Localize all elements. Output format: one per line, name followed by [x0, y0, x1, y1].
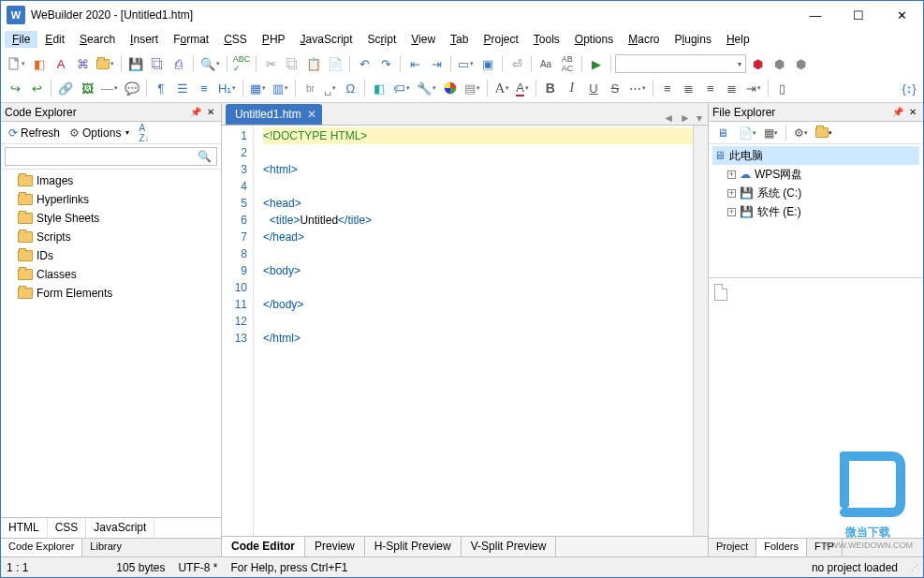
case-toggle-button[interactable]: ABAC [557, 53, 578, 74]
indent-right-button[interactable]: ⇥ [426, 53, 447, 74]
table-button[interactable]: ▦▾ [247, 78, 269, 98]
indent-left-button[interactable]: ⇤ [404, 53, 425, 74]
pin-button[interactable]: 📌 [891, 106, 904, 119]
heading-button[interactable]: H₁▾ [215, 78, 239, 98]
lang-tab-css[interactable]: CSS [48, 518, 87, 538]
open-button[interactable]: ▾ [94, 53, 117, 74]
align-left-button[interactable]: ≡ [657, 78, 678, 98]
lang-tab-javascript[interactable]: JavaScript [86, 518, 154, 538]
ol-button[interactable]: ≡ [194, 78, 214, 98]
code-area[interactable]: <!DOCTYPE HTML> <html> <head> <title>Unt… [254, 126, 693, 536]
copy-button[interactable]: ⿻ [282, 53, 302, 74]
close-button[interactable]: ✕ [880, 1, 923, 29]
color-picker-button[interactable] [440, 78, 461, 98]
minimize-button[interactable]: — [794, 1, 837, 29]
close-tab-icon[interactable]: ✕ [307, 108, 316, 121]
vertical-scrollbar[interactable] [693, 126, 708, 536]
open-folder-button[interactable]: ▾ [814, 124, 834, 142]
div-button[interactable]: ◧ [369, 78, 389, 98]
code-editor[interactable]: 12345678910111213 <!DOCTYPE HTML> <html>… [222, 126, 708, 536]
code-explorer-tree[interactable]: ImagesHyperlinksStyle SheetsScriptsIDsCl… [1, 170, 221, 517]
indent-button[interactable]: ⇥▾ [743, 78, 764, 98]
tree-item[interactable]: IDs [1, 246, 221, 265]
menu-format[interactable]: Format [166, 31, 216, 48]
panel-close-button[interactable]: ✕ [204, 106, 217, 119]
menu-tools[interactable]: Tools [526, 31, 567, 48]
tab-next-button[interactable]: ► [680, 111, 691, 125]
refresh-button[interactable]: ⟳Refresh [5, 125, 64, 141]
clipboard-button[interactable]: 📄 [325, 53, 345, 74]
view-tab-code-editor[interactable]: Code Editor [222, 536, 305, 556]
br-button[interactable]: br [300, 78, 320, 98]
tree-item[interactable]: Scripts [1, 228, 221, 246]
new-php-button[interactable]: ⌘ [72, 53, 93, 74]
menu-css[interactable]: CSS [216, 31, 255, 48]
menu-search[interactable]: Search [72, 31, 123, 48]
bottom-tab-folders[interactable]: Folders [756, 539, 807, 556]
bookmark-button[interactable]: ▭▾ [455, 53, 477, 74]
tool-1-button[interactable]: 🔧▾ [414, 78, 439, 98]
bottom-tab-project[interactable]: Project [709, 539, 756, 556]
new-file-button[interactable]: ▾ [5, 53, 28, 74]
tree-item[interactable]: Form Elements [1, 284, 221, 303]
file-tab-active[interactable]: Untitled1.htm ✕ [226, 104, 322, 125]
tab-prev-button[interactable]: ◄ [663, 111, 674, 125]
browser-3-button[interactable]: ⬢ [790, 53, 811, 74]
maximize-button[interactable]: ☐ [837, 1, 880, 29]
file-list-area[interactable] [709, 277, 923, 538]
tree-item[interactable]: +💾软件 (E:) [712, 202, 919, 221]
strike-button[interactable]: S [605, 78, 625, 98]
cut-button[interactable]: ✂ [260, 53, 281, 74]
menu-macro[interactable]: Macro [621, 31, 667, 48]
text-style-button[interactable]: ⋯▾ [626, 78, 649, 98]
align-center-button[interactable]: ≣ [679, 78, 699, 98]
tree-root[interactable]: 🖥 此电脑 [712, 146, 919, 165]
tool-2-button[interactable]: ▤▾ [462, 78, 483, 98]
layout-button[interactable]: ▯ [772, 78, 793, 98]
underline-button[interactable]: U [583, 78, 604, 98]
search-button[interactable]: 🔍▾ [198, 53, 223, 74]
resize-grip[interactable]: ⋰ [911, 563, 917, 571]
paragraph-button[interactable]: ¶ [151, 78, 171, 98]
undo-button[interactable]: ↶ [354, 53, 374, 74]
expand-icon[interactable]: + [727, 208, 736, 216]
comment-button[interactable]: 💬 [122, 78, 142, 98]
tree-item[interactable]: +💾系统 (C:) [712, 184, 919, 202]
tree-item[interactable]: +☁WPS网盘 [712, 165, 919, 184]
font-color-button[interactable]: A▾ [513, 78, 532, 98]
spellcheck-button[interactable]: ABC✓ [231, 53, 252, 74]
expand-icon[interactable]: + [727, 170, 736, 179]
view-tab-preview[interactable]: Preview [305, 537, 365, 556]
link-button[interactable]: 🔗 [55, 78, 76, 98]
tree-item[interactable]: Classes [1, 265, 221, 284]
form-button[interactable]: ▥▾ [270, 78, 291, 98]
browser-1-button[interactable]: ⬢ [747, 53, 768, 74]
bottom-tab-code-explorer[interactable]: Code Explorer [1, 539, 82, 556]
browser-2-button[interactable]: ⬢ [769, 53, 789, 74]
case-upper-button[interactable]: Aa [535, 53, 556, 74]
paste-button[interactable]: 📋 [303, 53, 324, 74]
menu-options[interactable]: Options [567, 31, 621, 48]
new-html-button[interactable]: ◧ [29, 53, 50, 74]
bottom-tab-library[interactable]: Library [82, 539, 129, 556]
menu-php[interactable]: PHP [255, 31, 293, 48]
image-button[interactable]: 🖼 [77, 78, 97, 98]
tag-close-button[interactable]: ↩ [26, 78, 47, 98]
settings-button[interactable]: ⚙▾ [792, 124, 810, 142]
wrap-button[interactable]: ⏎ [506, 53, 527, 74]
bold-button[interactable]: B [540, 78, 561, 98]
save-as-button[interactable]: ⎙ [169, 53, 189, 74]
expand-icon[interactable]: + [727, 189, 736, 198]
computer-button[interactable]: 🖥 [712, 124, 733, 142]
file-tree[interactable]: 🖥 此电脑 +☁WPS网盘+💾系统 (C:)+💾软件 (E:) [709, 144, 923, 223]
goto-bookmark-button[interactable]: ▣ [477, 53, 498, 74]
tree-item[interactable]: Style Sheets [1, 209, 221, 228]
hr-button[interactable]: —▾ [98, 78, 121, 98]
align-right-button[interactable]: ≡ [700, 78, 721, 98]
search-input[interactable] [5, 147, 217, 166]
panel-close-button[interactable]: ✕ [906, 106, 919, 119]
tab-menu-button[interactable]: ▾ [697, 111, 702, 125]
lang-tab-html[interactable]: HTML [1, 518, 48, 538]
menu-view[interactable]: View [403, 31, 443, 48]
font-combo[interactable]: ▾ [615, 54, 746, 73]
